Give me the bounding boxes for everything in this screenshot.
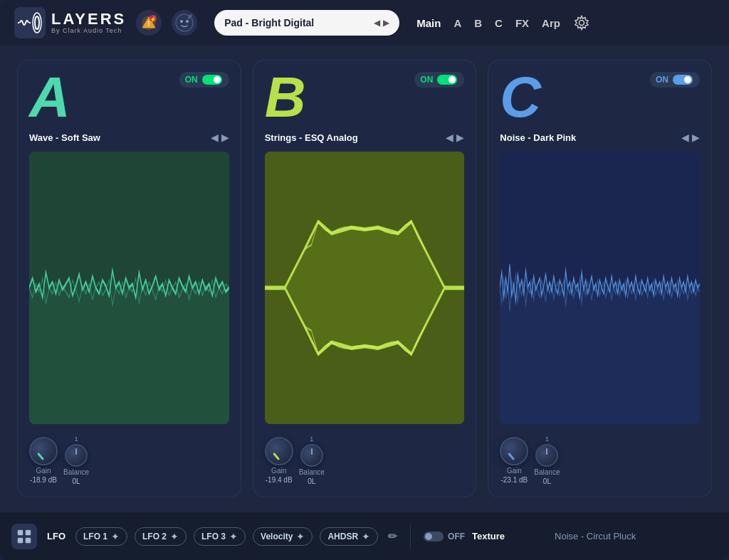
preset-row-a: Wave - Soft Saw ◀ ▶	[29, 132, 229, 143]
tab-main[interactable]: Main	[416, 17, 441, 29]
velocity-tag[interactable]: Velocity ✦	[253, 527, 313, 546]
lfo1-plus-icon[interactable]: ✦	[111, 531, 120, 542]
sleep-icon-btn[interactable]: z z	[172, 10, 197, 36]
preset-nav-arrows[interactable]: ◀ ▶	[374, 18, 389, 28]
layer-prev-b[interactable]: ◀	[446, 132, 453, 143]
on-toggle-b[interactable]: ON	[414, 72, 464, 88]
texture-area: OFF Texture Noise - Circut Pluck	[424, 531, 718, 541]
balance-label-b: Balance	[299, 468, 325, 476]
gain-knob-c[interactable]	[500, 437, 528, 465]
velocity-plus-icon[interactable]: ✦	[296, 531, 305, 542]
lfo3-label: LFO 3	[201, 532, 226, 541]
balance-knob-b[interactable]	[300, 444, 323, 467]
svg-point-11	[186, 20, 189, 23]
balance-top-c: 1	[545, 435, 549, 443]
svg-point-10	[180, 20, 183, 23]
toggle-label-a: ON	[185, 75, 198, 85]
gain-knob-a[interactable]	[29, 437, 58, 465]
warning-icon: ! ⚡	[140, 14, 157, 31]
ahdsr-tag[interactable]: AHDSR ✦	[320, 527, 378, 546]
gain-value-a: -18.9 dB	[30, 476, 57, 484]
logo-area: LAYERS By Clark Audio Tech	[14, 7, 126, 38]
layer-prev-c[interactable]: ◀	[681, 132, 689, 143]
gain-knob-b[interactable]	[265, 437, 293, 465]
lfo2-label: LFO 2	[142, 532, 167, 541]
layer-card-a: A ON Wave - Soft Saw ◀ ▶	[17, 60, 241, 497]
layer-nav-c[interactable]: ◀ ▶	[681, 132, 700, 143]
layer-letter-a: A	[29, 72, 70, 123]
layer-next-c[interactable]: ▶	[692, 132, 700, 143]
layer-next-a[interactable]: ▶	[221, 132, 229, 143]
grid-icon	[17, 529, 31, 544]
svg-rect-22	[18, 530, 23, 535]
header: LAYERS By Clark Audio Tech ! ⚡ z z	[0, 0, 729, 46]
preset-name: Pad - Bright Digital	[224, 17, 314, 28]
grid-icon-btn[interactable]	[11, 524, 37, 549]
warning-icon-btn[interactable]: ! ⚡	[136, 10, 162, 36]
pencil-icon[interactable]: ✏	[388, 529, 397, 543]
balance-value-c: 0L	[543, 477, 551, 485]
layer-nav-b[interactable]: ◀ ▶	[446, 132, 464, 143]
gain-label-b: Gain	[271, 467, 286, 475]
preset-next-icon[interactable]: ▶	[383, 18, 389, 28]
balance-indicator-c	[546, 448, 547, 455]
toggle-label-c: ON	[656, 75, 668, 85]
tab-arp[interactable]: Arp	[542, 17, 560, 29]
tab-b[interactable]: B	[474, 17, 482, 29]
logo-text: LAYERS By Clark Audio Tech	[51, 11, 126, 34]
lfo-label: LFO	[47, 531, 65, 541]
card-header-c: C ON	[500, 72, 700, 123]
waveform-a	[29, 152, 229, 424]
gain-knob-wrapper-c: Gain -23.1 dB	[500, 437, 528, 484]
controls-row-c: Gain -23.1 dB 1 Balance 0L	[500, 433, 700, 485]
gain-knob-indicator-b	[273, 453, 280, 460]
app-title: LAYERS	[51, 11, 126, 27]
lfo1-tag[interactable]: LFO 1 ✦	[75, 527, 127, 546]
on-toggle-a[interactable]: ON	[179, 72, 229, 88]
balance-value-b: 0L	[308, 477, 315, 485]
texture-value: Noise - Circut Pluck	[555, 531, 636, 541]
layer-letter-b: B	[265, 72, 306, 123]
waveform-c	[500, 152, 700, 424]
gain-knob-indicator-c	[508, 453, 515, 460]
lfo3-plus-icon[interactable]: ✦	[229, 531, 238, 542]
sleep-icon: z z	[174, 13, 194, 33]
toggle-switch-a[interactable]	[202, 75, 222, 85]
tab-fx[interactable]: FX	[515, 17, 529, 29]
preset-row-b: Strings - ESQ Analog ◀ ▶	[265, 132, 465, 143]
lfo2-tag[interactable]: LFO 2 ✦	[135, 527, 187, 546]
on-toggle-c[interactable]: ON	[650, 72, 700, 88]
gear-icon	[574, 15, 589, 31]
svg-rect-25	[26, 538, 31, 543]
balance-knob-a[interactable]	[65, 444, 88, 467]
preset-prev-icon[interactable]: ◀	[374, 18, 380, 28]
balance-knob-c[interactable]	[535, 444, 558, 467]
balance-group-c: 1 Balance 0L	[534, 435, 560, 485]
tab-a[interactable]: A	[453, 17, 461, 29]
gain-label-a: Gain	[36, 467, 51, 475]
gain-knob-wrapper-a: Gain -18.9 dB	[29, 437, 58, 484]
layer-preset-c: Noise - Dark Pink	[500, 132, 576, 143]
settings-button[interactable]	[570, 11, 593, 34]
toggle-switch-b[interactable]	[437, 75, 457, 85]
layer-prev-a[interactable]: ◀	[211, 132, 219, 143]
lfo2-plus-icon[interactable]: ✦	[170, 531, 179, 542]
card-header-a: A ON	[29, 72, 229, 123]
preset-selector[interactable]: Pad - Bright Digital ◀ ▶	[214, 10, 399, 36]
balance-group-b: 1 Balance 0L	[299, 435, 325, 485]
lfo3-tag[interactable]: LFO 3 ✦	[194, 527, 246, 546]
gain-value-c: -23.1 dB	[500, 476, 528, 484]
texture-off-toggle[interactable]: OFF	[424, 532, 465, 541]
ahdsr-plus-icon[interactable]: ✦	[362, 531, 370, 542]
layer-next-b[interactable]: ▶	[456, 132, 464, 143]
texture-off-switch[interactable]	[424, 532, 444, 541]
bottom-bar: LFO LFO 1 ✦ LFO 2 ✦ LFO 3 ✦ Velocity ✦ A…	[0, 512, 729, 560]
texture-label: Texture	[472, 531, 505, 541]
waveform-svg-b	[265, 152, 465, 424]
balance-group-a: 1 Balance 0L	[63, 435, 89, 485]
layer-nav-a[interactable]: ◀ ▶	[211, 132, 229, 143]
toggle-switch-c[interactable]	[673, 75, 693, 85]
balance-indicator-a	[75, 448, 77, 455]
tab-c[interactable]: C	[495, 17, 503, 29]
main-content: A ON Wave - Soft Saw ◀ ▶	[0, 46, 729, 512]
